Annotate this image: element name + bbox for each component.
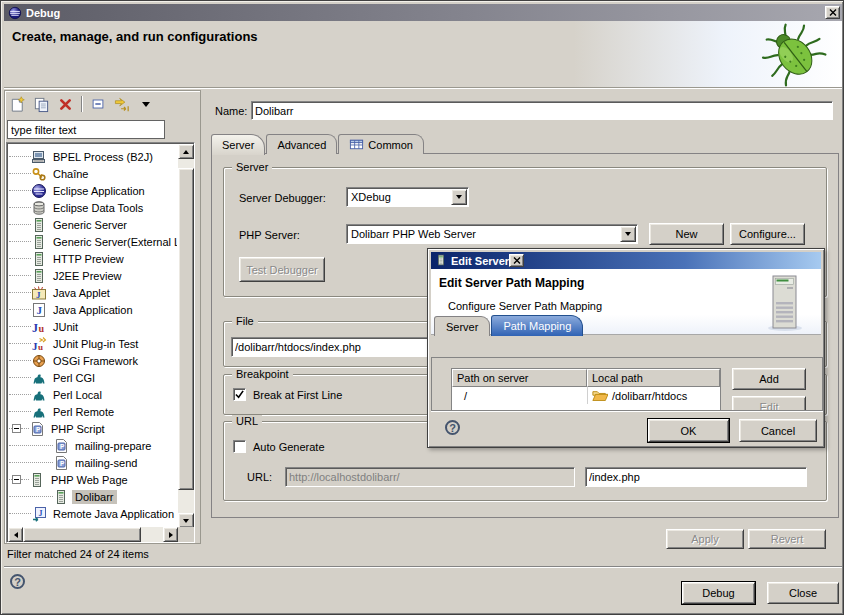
filter-menu-arrow[interactable]: [136, 94, 156, 114]
tree-item-java-applet[interactable]: JJava Applet: [9, 284, 177, 301]
tree-item-eclipse-application[interactable]: Eclipse Application: [9, 182, 177, 199]
scroll-right-button[interactable]: [163, 527, 178, 542]
tree-item-osgi-framework[interactable]: OSGi Framework: [9, 352, 177, 369]
computer-icon: [31, 149, 47, 165]
tree-expander-icon[interactable]: [12, 424, 21, 433]
tree-item-dolibarr[interactable]: Dolibarr: [9, 488, 177, 505]
tree-item-generic-server-external-la[interactable]: Generic Server(External La: [9, 233, 177, 250]
filter-configurations-button[interactable]: [112, 94, 132, 114]
new-configuration-button[interactable]: [7, 94, 27, 114]
tree-expander-icon[interactable]: [12, 475, 21, 484]
server-group-title: Server: [232, 161, 272, 173]
vertical-scroll-thumb[interactable]: [178, 168, 194, 490]
junit-icon: Ju: [31, 319, 47, 335]
window-titlebar[interactable]: Debug: [4, 4, 842, 21]
dialog-tab-path-mapping[interactable]: Path Mapping: [491, 315, 583, 336]
debug-button[interactable]: Debug: [682, 582, 755, 604]
tree-item-label: Generic Server(External La: [50, 235, 177, 249]
tree-item-php-script[interactable]: PPHP Script: [9, 420, 177, 437]
tree-item-junit[interactable]: JuJUnit: [9, 318, 177, 335]
tree-connector: [9, 326, 31, 327]
tree-item-label: Java Applet: [50, 286, 113, 300]
break-first-line-checkbox[interactable]: [233, 388, 246, 401]
tab-common[interactable]: Common: [338, 134, 424, 154]
tab-server[interactable]: Server: [211, 134, 265, 155]
edit-server-titlebar[interactable]: Edit Server: [431, 252, 821, 269]
tree-horizontal-scrollbar[interactable]: [8, 527, 178, 542]
path-mapping-row[interactable]: //dolibarr/htdocs: [452, 387, 720, 404]
window-close-button[interactable]: [825, 6, 840, 19]
edit-server-tabs: ServerPath Mapping: [434, 314, 584, 336]
server-icon: [31, 217, 47, 233]
cancel-button[interactable]: Cancel: [739, 419, 817, 442]
tree-item-perl-remote[interactable]: Perl Remote: [9, 403, 177, 420]
duplicate-configuration-button[interactable]: [31, 94, 51, 114]
tree-item-label: JUnit Plug-in Test: [50, 337, 141, 351]
tree-item-mailing-prepare[interactable]: Pmailing-prepare: [9, 437, 177, 454]
tree-item-remote-java-application[interactable]: JRemote Java Application: [9, 505, 177, 522]
php-icon: P: [53, 455, 69, 471]
edit-server-close-button[interactable]: [509, 254, 524, 267]
tree-item-perl-cgi[interactable]: Perl CGI: [9, 369, 177, 386]
tree-item-java-application[interactable]: JJava Application: [9, 301, 177, 318]
tree-item-http-preview[interactable]: HTTP Preview: [9, 250, 177, 267]
server-icon: [31, 268, 47, 284]
tree-connector: [9, 411, 31, 412]
close-button[interactable]: Close: [767, 582, 839, 604]
help-icon[interactable]: ?: [10, 574, 25, 589]
collapse-all-button[interactable]: [88, 94, 108, 114]
ok-button[interactable]: OK: [648, 419, 729, 442]
tab-advanced[interactable]: Advanced: [266, 134, 337, 154]
edit-mapping-button[interactable]: Edit: [732, 396, 806, 410]
php-server-combo[interactable]: Dolibarr PHP Web Server: [346, 224, 638, 244]
table-icon: [349, 137, 364, 152]
new-server-button[interactable]: New: [649, 223, 724, 245]
apply-button[interactable]: Apply: [666, 529, 744, 549]
tree-item-mailing-send[interactable]: Pmailing-send: [9, 454, 177, 471]
tree-item-label: OSGi Framework: [50, 354, 141, 368]
column-header-local-path[interactable]: Local path: [587, 369, 720, 387]
url-label: URL:: [247, 471, 272, 483]
scroll-up-button[interactable]: [178, 144, 194, 159]
test-debugger-button[interactable]: Test Debugger: [239, 257, 325, 282]
server-tower-icon: [761, 274, 807, 332]
combo-dropdown-icon[interactable]: [451, 189, 467, 205]
combo-dropdown-icon[interactable]: [620, 226, 636, 242]
url-path-input[interactable]: [585, 467, 807, 487]
revert-button[interactable]: Revert: [748, 529, 826, 549]
filter-input[interactable]: [7, 120, 165, 139]
scroll-left-button[interactable]: [8, 527, 23, 542]
server-debugger-combo[interactable]: XDebug: [346, 187, 469, 207]
tree-item-bpel-process-b2j[interactable]: BPEL Process (B2J): [9, 148, 177, 165]
scroll-down-button[interactable]: [178, 513, 194, 528]
dialog-tab-server[interactable]: Server: [434, 316, 490, 336]
svg-text:J: J: [37, 304, 43, 316]
auto-generate-checkbox[interactable]: [233, 440, 246, 453]
base-url-input: [285, 467, 575, 487]
configurations-toolbar: [7, 93, 156, 115]
name-input[interactable]: [251, 101, 833, 120]
configurations-tree: BPEL Process (B2J)ChaîneEclipse Applicat…: [6, 142, 195, 543]
tab-label: Server: [222, 139, 254, 151]
horizontal-scroll-thumb[interactable]: [23, 527, 141, 542]
tree-item-perl-local[interactable]: Perl Local: [9, 386, 177, 403]
tree-item-junit-plug-in-test[interactable]: JuJUnit Plug-in Test: [9, 335, 177, 352]
add-mapping-button[interactable]: Add: [732, 368, 806, 390]
path-mapping-table: Path on serverLocal path //dolibarr/htdo…: [451, 368, 721, 410]
tree-item-generic-server[interactable]: Generic Server: [9, 216, 177, 233]
tree-vertical-scrollbar[interactable]: [178, 144, 194, 528]
tree-item-php-web-page[interactable]: PHP Web Page: [9, 471, 177, 488]
tree-item-cha-ne[interactable]: Chaîne: [9, 165, 177, 182]
configure-server-button[interactable]: Configure...: [730, 223, 805, 245]
tree-item-label: JUnit: [50, 320, 81, 334]
tree-item-j2ee-preview[interactable]: J2EE Preview: [9, 267, 177, 284]
tree-item-label: mailing-send: [72, 456, 140, 470]
tree-item-eclipse-data-tools[interactable]: Eclipse Data Tools: [9, 199, 177, 216]
file-group-title: File: [232, 315, 258, 327]
column-header-path-on-server[interactable]: Path on server: [452, 369, 587, 387]
tree-connector: [9, 190, 31, 191]
tree-connector: [9, 496, 53, 497]
osgi-icon: [31, 353, 47, 369]
delete-configuration-button[interactable]: [55, 94, 75, 114]
dialog-help-icon[interactable]: ?: [445, 420, 460, 435]
